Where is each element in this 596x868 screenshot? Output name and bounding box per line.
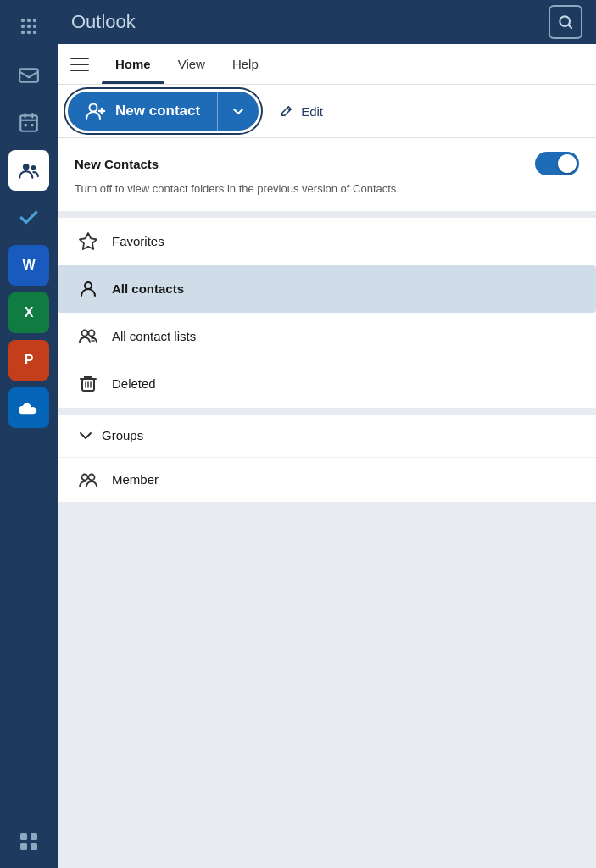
all-contacts-label: All contacts (112, 281, 184, 296)
chevron-down-icon (231, 104, 245, 118)
svg-point-22 (82, 330, 88, 336)
svg-rect-10 (20, 115, 37, 131)
nav-item-all-contacts[interactable]: All contacts (58, 265, 596, 313)
person-icon (78, 279, 98, 299)
new-contact-label: New contact (115, 103, 200, 120)
toggle-title: New Contacts (75, 157, 159, 171)
new-contact-icon (85, 100, 107, 122)
member-label: Member (112, 472, 159, 487)
hamburger-line-1 (70, 58, 89, 59)
svg-point-8 (33, 31, 36, 34)
nav-item-deleted[interactable]: Deleted (58, 360, 596, 408)
new-contact-main-button[interactable]: New contact (68, 92, 218, 131)
sidebar-item-word[interactable]: W (8, 245, 49, 286)
deleted-label: Deleted (112, 376, 156, 391)
svg-rect-9 (19, 69, 38, 81)
member-icon (78, 470, 98, 490)
toggle-description: Turn off to view contact folders in the … (75, 182, 399, 195)
svg-point-14 (31, 165, 36, 170)
sidebar-item-tasks[interactable] (8, 198, 49, 238)
tab-view[interactable]: View (164, 44, 219, 84)
hamburger-line-2 (70, 64, 89, 65)
word-label: W (22, 258, 35, 273)
toggle-row: New Contacts (75, 152, 579, 175)
powerpoint-label: P (25, 353, 34, 368)
sidebar-item-powerpoint[interactable]: P (8, 340, 49, 381)
svg-point-7 (27, 31, 31, 34)
svg-point-5 (33, 25, 36, 28)
nav-list: Favorites All contacts (58, 218, 596, 408)
people-list-icon (78, 326, 98, 347)
sidebar-bottom-grid[interactable] (19, 832, 38, 868)
nav-item-all-contact-lists[interactable]: All contact lists (58, 313, 596, 360)
chevron-down-groups-icon (78, 428, 93, 443)
edit-label: Edit (301, 104, 323, 119)
sidebar-item-calendar[interactable] (8, 103, 49, 143)
tab-home[interactable]: Home (102, 44, 164, 84)
svg-point-26 (89, 474, 95, 480)
ribbon-actions: New contact Edit (58, 85, 596, 138)
svg-point-1 (27, 19, 31, 22)
app-title: Outlook (71, 11, 136, 33)
svg-point-25 (82, 474, 88, 480)
svg-point-23 (89, 330, 95, 336)
search-button[interactable] (549, 5, 582, 39)
sidebar-item-onedrive[interactable] (8, 387, 49, 428)
tab-help[interactable]: Help (219, 44, 272, 84)
groups-section: Groups Member (58, 415, 596, 502)
ribbon-tabs: Home View Help (58, 44, 596, 85)
svg-rect-17 (20, 843, 27, 850)
sidebar-item-mail[interactable] (8, 55, 49, 96)
groups-header[interactable]: Groups (58, 415, 596, 457)
edit-button[interactable]: Edit (265, 97, 337, 125)
sidebar-item-excel[interactable]: X (8, 292, 49, 333)
narrow-sidebar: W X P (0, 0, 58, 868)
new-contact-dropdown-button[interactable] (218, 96, 259, 126)
svg-point-3 (21, 25, 25, 28)
groups-label: Groups (102, 428, 143, 442)
svg-point-6 (21, 31, 25, 34)
app-grid-button[interactable] (0, 7, 58, 50)
new-contacts-toggle[interactable] (535, 152, 579, 175)
svg-rect-18 (31, 843, 37, 850)
excel-label: X (25, 305, 34, 320)
svg-point-2 (33, 19, 36, 22)
svg-point-0 (21, 19, 25, 22)
nav-item-favorites[interactable]: Favorites (58, 218, 596, 265)
svg-rect-11 (25, 124, 27, 126)
favorites-label: Favorites (112, 234, 164, 248)
star-icon (78, 231, 98, 252)
sidebar-item-contacts[interactable] (8, 150, 49, 191)
svg-point-13 (23, 164, 30, 170)
hamburger-line-3 (70, 70, 89, 71)
top-header: Outlook (58, 0, 596, 44)
content-panel: New Contacts Turn off to view contact fo… (58, 138, 596, 868)
all-contact-lists-label: All contact lists (112, 329, 196, 343)
toggle-section: New Contacts Turn off to view contact fo… (58, 138, 596, 211)
new-contact-button-group: New contact (68, 92, 259, 131)
trash-icon (78, 374, 98, 394)
svg-rect-16 (31, 833, 37, 840)
svg-rect-15 (20, 833, 27, 840)
svg-point-21 (85, 282, 92, 289)
svg-point-4 (27, 25, 31, 28)
grid-icon (19, 17, 38, 40)
svg-rect-12 (31, 124, 33, 126)
hamburger-button[interactable] (64, 49, 95, 80)
main-area: Outlook Home View Help (58, 0, 596, 868)
svg-point-20 (90, 104, 97, 112)
nav-item-member[interactable]: Member (58, 457, 596, 502)
edit-icon (279, 103, 294, 119)
